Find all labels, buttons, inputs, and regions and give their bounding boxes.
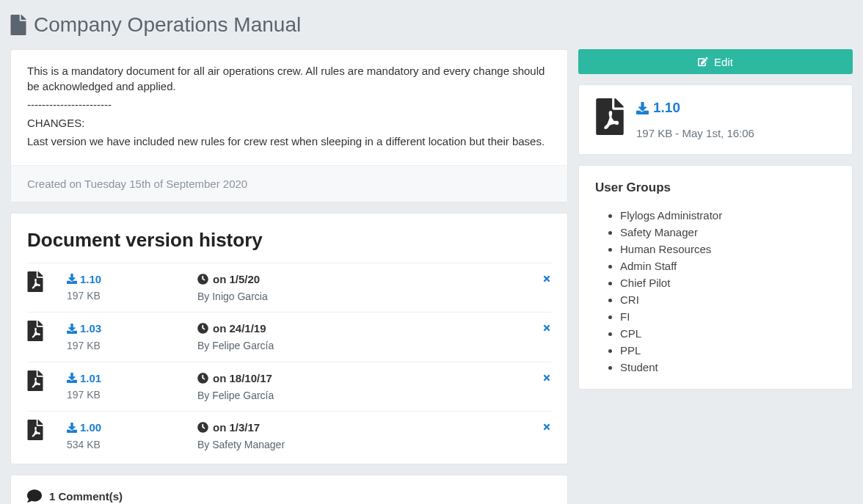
version-date: on 18/10/17 [213, 370, 272, 386]
version-author: By Safety Manager [197, 438, 523, 453]
user-group-item: PPL [620, 342, 836, 359]
version-row: 1.10 197 KB on 1/5/20 By Inigo Garcia [27, 263, 551, 313]
version-author: By Felipe García [197, 339, 523, 354]
download-icon [67, 423, 77, 433]
user-group-item: CRI [620, 291, 836, 308]
version-author: By Inigo Garcia [197, 290, 523, 304]
version-history-card: Document version history 1.10 197 KB on … [10, 213, 568, 464]
download-icon [67, 373, 77, 383]
delete-version-button[interactable] [529, 370, 551, 386]
download-version-link[interactable]: 1.03 [67, 321, 101, 336]
download-version-link[interactable]: 1.01 [67, 370, 101, 386]
page-title: Company Operations Manual [34, 10, 301, 39]
user-group-item: Human Resources [620, 241, 836, 258]
comment-icon [27, 489, 42, 503]
version-date: on 24/1/19 [213, 321, 266, 336]
file-icon [10, 15, 26, 35]
version-number: 1.01 [80, 370, 101, 386]
edit-button[interactable]: Edit [578, 49, 853, 74]
comments-card: 1 Comment(s) Inigo Garcia 12 minutes ago… [10, 475, 568, 504]
pdf-icon [27, 271, 43, 292]
user-group-item: Safety Manager [620, 224, 836, 241]
delete-version-button[interactable] [529, 420, 551, 435]
close-icon [542, 274, 551, 283]
pdf-icon [27, 321, 43, 341]
version-size: 197 KB [67, 289, 192, 304]
page-header: Company Operations Manual [10, 10, 853, 39]
version-row: 1.01 197 KB on 18/10/17 By Felipe García [27, 362, 551, 412]
created-on: Created on Tuesday 15th of September 202… [11, 165, 567, 202]
user-group-item: Admin Staff [620, 258, 836, 274]
clock-icon [197, 422, 208, 433]
clock-icon [197, 373, 208, 384]
description-line: CHANGES: [27, 115, 551, 131]
close-icon [542, 423, 551, 431]
close-icon [542, 324, 551, 332]
description-line: ----------------------- [27, 97, 551, 112]
user-group-item: FI [620, 308, 836, 325]
version-date: on 1/5/20 [213, 271, 260, 287]
user-group-item: CPL [620, 325, 836, 342]
version-number: 1.00 [80, 420, 101, 435]
delete-version-button[interactable] [529, 321, 551, 336]
version-date: on 1/3/17 [213, 420, 260, 435]
version-number: 1.03 [80, 321, 101, 336]
delete-version-button[interactable] [529, 271, 551, 287]
version-author: By Felipe García [197, 389, 523, 403]
user-group-item: Student [620, 359, 836, 376]
current-file-meta: 197 KB - May 1st, 16:06 [636, 125, 754, 141]
edit-icon [698, 56, 708, 67]
current-file-card: 1.10 197 KB - May 1st, 16:06 [578, 84, 853, 155]
clock-icon [197, 323, 208, 334]
clock-icon [197, 274, 208, 285]
pdf-icon [27, 370, 43, 391]
pdf-icon [595, 98, 625, 135]
version-number: 1.10 [80, 271, 101, 287]
version-size: 197 KB [67, 388, 192, 403]
download-icon [67, 324, 77, 334]
version-size: 197 KB [67, 339, 192, 354]
download-version-link[interactable]: 1.00 [67, 420, 101, 435]
version-row: 1.00 534 KB on 1/3/17 By Safety Manager [27, 411, 551, 461]
description-line: This is a mandatory document for all air… [27, 63, 551, 94]
close-icon [542, 373, 551, 382]
user-group-item: Chief Pilot [620, 274, 836, 291]
edit-button-label: Edit [714, 54, 733, 70]
description-card: This is a mandatory document for all air… [10, 49, 568, 202]
download-icon [636, 102, 649, 114]
download-version-link[interactable]: 1.10 [67, 271, 101, 287]
current-version-label: 1.10 [653, 98, 680, 118]
version-size: 534 KB [67, 438, 192, 453]
version-history-title: Document version history [27, 227, 551, 253]
download-icon [67, 274, 77, 284]
description-line: Last version we have included new rules … [27, 134, 551, 149]
download-current-version[interactable]: 1.10 [636, 98, 680, 118]
user-groups-card: User Groups Flylogs AdministratorSafety … [578, 165, 853, 390]
user-groups-title: User Groups [595, 179, 836, 197]
comments-count: 1 Comment(s) [49, 489, 123, 504]
version-row: 1.03 197 KB on 24/1/19 By Felipe García [27, 312, 551, 362]
comments-header: 1 Comment(s) [11, 475, 567, 504]
user-group-item: Flylogs Administrator [620, 207, 836, 224]
pdf-icon [27, 420, 43, 440]
